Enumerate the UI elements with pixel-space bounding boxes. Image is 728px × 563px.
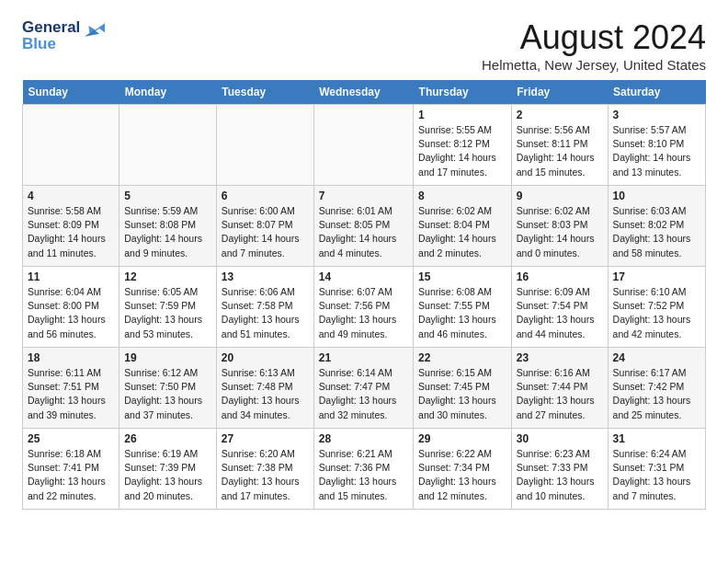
calendar-cell: 24Sunrise: 6:17 AMSunset: 7:42 PMDayligh… [608,348,705,429]
day-info: Sunrise: 5:56 AMSunset: 8:11 PMDaylight:… [517,123,603,179]
day-number: 16 [517,270,603,283]
day-info: Sunrise: 6:18 AMSunset: 7:41 PMDaylight:… [28,447,114,503]
day-number: 11 [28,270,114,283]
calendar-cell: 21Sunrise: 6:14 AMSunset: 7:47 PMDayligh… [313,348,413,429]
day-number: 4 [28,190,114,202]
calendar-cell: 4Sunrise: 5:58 AMSunset: 8:09 PMDaylight… [23,186,119,267]
calendar-cell: 27Sunrise: 6:20 AMSunset: 7:38 PMDayligh… [216,429,313,510]
day-info: Sunrise: 6:21 AMSunset: 7:36 PMDaylight:… [319,447,408,503]
calendar-cell: 14Sunrise: 6:07 AMSunset: 7:56 PMDayligh… [313,267,413,348]
calendar-cell: 5Sunrise: 5:59 AMSunset: 8:08 PMDaylight… [119,186,217,267]
day-info: Sunrise: 6:03 AMSunset: 8:02 PMDaylight:… [613,204,700,260]
logo-text: General Blue [22,18,105,52]
calendar-cell: 13Sunrise: 6:06 AMSunset: 7:58 PMDayligh… [216,267,313,348]
day-info: Sunrise: 6:12 AMSunset: 7:50 PMDaylight:… [124,366,211,422]
title-area: August 2024 Helmetta, New Jersey, United… [482,18,706,73]
day-info: Sunrise: 6:20 AMSunset: 7:38 PMDaylight:… [222,447,309,503]
calendar-table: SundayMondayTuesdayWednesdayThursdayFrid… [22,80,706,510]
day-number: 18 [28,351,114,364]
calendar-cell: 3Sunrise: 5:57 AMSunset: 8:10 PMDaylight… [608,105,705,186]
day-number: 25 [28,432,114,445]
calendar-week-row: 25Sunrise: 6:18 AMSunset: 7:41 PMDayligh… [23,429,706,510]
day-info: Sunrise: 6:22 AMSunset: 7:34 PMDaylight:… [418,447,506,503]
day-info: Sunrise: 6:01 AMSunset: 8:05 PMDaylight:… [319,204,408,260]
day-info: Sunrise: 6:19 AMSunset: 7:39 PMDaylight:… [124,447,211,503]
day-number: 22 [418,351,506,364]
calendar-cell: 28Sunrise: 6:21 AMSunset: 7:36 PMDayligh… [313,429,413,510]
day-number: 26 [124,432,211,445]
day-number: 3 [613,109,700,121]
day-info: Sunrise: 5:58 AMSunset: 8:09 PMDaylight:… [28,204,114,260]
calendar-cell: 16Sunrise: 6:09 AMSunset: 7:54 PMDayligh… [511,267,608,348]
day-info: Sunrise: 6:11 AMSunset: 7:51 PMDaylight:… [28,366,114,422]
calendar-cell: 29Sunrise: 6:22 AMSunset: 7:34 PMDayligh… [414,429,512,510]
day-of-week-header: Thursday [414,80,512,105]
page-header: General Blue August 2024 Helmetta, New J… [22,18,706,73]
calendar-cell: 12Sunrise: 6:05 AMSunset: 7:59 PMDayligh… [119,267,217,348]
calendar-cell: 15Sunrise: 6:08 AMSunset: 7:55 PMDayligh… [414,267,512,348]
day-number: 14 [319,270,408,283]
day-info: Sunrise: 5:59 AMSunset: 8:08 PMDaylight:… [124,204,211,260]
day-number: 24 [613,351,700,364]
day-info: Sunrise: 6:02 AMSunset: 8:04 PMDaylight:… [418,204,506,260]
day-number: 21 [319,351,408,364]
calendar-cell: 31Sunrise: 6:24 AMSunset: 7:31 PMDayligh… [608,429,705,510]
day-info: Sunrise: 6:16 AMSunset: 7:44 PMDaylight:… [517,366,603,422]
day-number: 29 [418,432,506,445]
day-info: Sunrise: 6:00 AMSunset: 8:07 PMDaylight:… [222,204,309,260]
calendar-cell: 25Sunrise: 6:18 AMSunset: 7:41 PMDayligh… [23,429,119,510]
day-info: Sunrise: 6:08 AMSunset: 7:55 PMDaylight:… [418,285,506,341]
calendar-week-row: 18Sunrise: 6:11 AMSunset: 7:51 PMDayligh… [23,348,706,429]
day-number: 30 [517,432,603,445]
day-number: 12 [124,270,211,283]
calendar-cell: 26Sunrise: 6:19 AMSunset: 7:39 PMDayligh… [119,429,217,510]
day-number: 10 [613,190,700,202]
calendar-cell: 10Sunrise: 6:03 AMSunset: 8:02 PMDayligh… [608,186,705,267]
logo: General Blue [22,18,105,52]
day-info: Sunrise: 6:13 AMSunset: 7:48 PMDaylight:… [222,366,309,422]
day-number: 13 [222,270,309,283]
day-of-week-header: Monday [119,80,217,105]
day-number: 5 [124,190,211,202]
day-of-week-header: Sunday [23,80,119,105]
calendar-cell: 22Sunrise: 6:15 AMSunset: 7:45 PMDayligh… [414,348,512,429]
calendar-cell: 30Sunrise: 6:23 AMSunset: 7:33 PMDayligh… [511,429,608,510]
calendar-cell: 1Sunrise: 5:55 AMSunset: 8:12 PMDaylight… [414,105,512,186]
day-number: 27 [222,432,309,445]
day-info: Sunrise: 6:10 AMSunset: 7:52 PMDaylight:… [613,285,700,341]
calendar-cell: 8Sunrise: 6:02 AMSunset: 8:04 PMDaylight… [414,186,512,267]
day-of-week-header: Wednesday [313,80,413,105]
calendar-cell: 18Sunrise: 6:11 AMSunset: 7:51 PMDayligh… [23,348,119,429]
day-number: 8 [418,190,506,202]
day-number: 1 [418,109,506,121]
day-number: 20 [222,351,309,364]
calendar-cell [313,105,413,186]
calendar-header-row: SundayMondayTuesdayWednesdayThursdayFrid… [23,80,706,105]
calendar-cell: 7Sunrise: 6:01 AMSunset: 8:05 PMDaylight… [313,186,413,267]
day-info: Sunrise: 6:09 AMSunset: 7:54 PMDaylight:… [517,285,603,341]
day-info: Sunrise: 6:07 AMSunset: 7:56 PMDaylight:… [319,285,408,341]
calendar-week-row: 11Sunrise: 6:04 AMSunset: 8:00 PMDayligh… [23,267,706,348]
day-of-week-header: Saturday [608,80,705,105]
calendar-week-row: 4Sunrise: 5:58 AMSunset: 8:09 PMDaylight… [23,186,706,267]
calendar-cell: 6Sunrise: 6:00 AMSunset: 8:07 PMDaylight… [216,186,313,267]
day-of-week-header: Friday [511,80,608,105]
month-year-title: August 2024 [482,18,706,57]
day-info: Sunrise: 6:06 AMSunset: 7:58 PMDaylight:… [222,285,309,341]
day-number: 6 [222,190,309,202]
day-info: Sunrise: 5:57 AMSunset: 8:10 PMDaylight:… [613,123,700,179]
day-info: Sunrise: 6:24 AMSunset: 7:31 PMDaylight:… [613,447,700,503]
day-number: 17 [613,270,700,283]
calendar-cell [119,105,217,186]
day-number: 2 [517,109,603,121]
day-info: Sunrise: 6:15 AMSunset: 7:45 PMDaylight:… [418,366,506,422]
calendar-cell: 23Sunrise: 6:16 AMSunset: 7:44 PMDayligh… [511,348,608,429]
day-number: 9 [517,190,603,202]
day-info: Sunrise: 6:23 AMSunset: 7:33 PMDaylight:… [517,447,603,503]
day-number: 31 [613,432,700,445]
day-number: 19 [124,351,211,364]
calendar-cell: 20Sunrise: 6:13 AMSunset: 7:48 PMDayligh… [216,348,313,429]
day-info: Sunrise: 6:14 AMSunset: 7:47 PMDaylight:… [319,366,408,422]
day-info: Sunrise: 5:55 AMSunset: 8:12 PMDaylight:… [418,123,506,179]
calendar-cell: 17Sunrise: 6:10 AMSunset: 7:52 PMDayligh… [608,267,705,348]
